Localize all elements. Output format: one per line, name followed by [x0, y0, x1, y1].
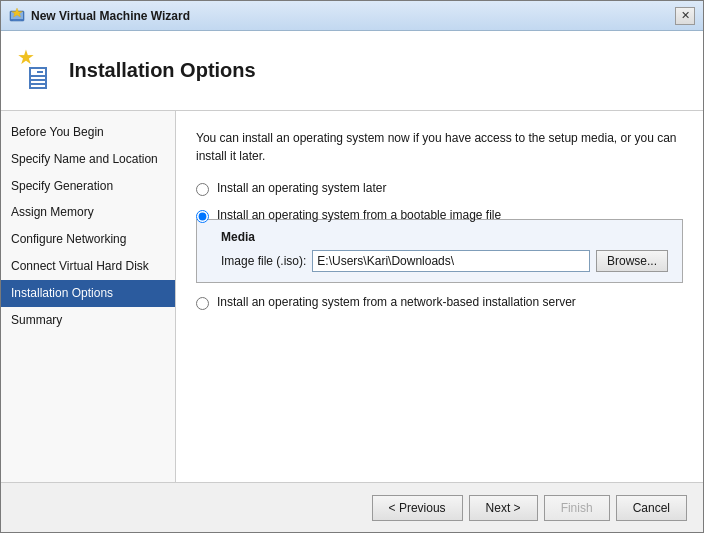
option-network-install[interactable]: Install an operating system from a netwo… [196, 295, 683, 310]
media-row: Image file (.iso): Browse... [221, 250, 668, 272]
wizard-title: Installation Options [69, 59, 256, 82]
sidebar-item-assign-memory[interactable]: Assign Memory [1, 199, 175, 226]
close-button[interactable]: ✕ [675, 7, 695, 25]
option-bootable-container: Install an operating system from a boota… [196, 208, 683, 283]
media-label: Media [221, 230, 668, 244]
option-install-later[interactable]: Install an operating system later [196, 181, 683, 196]
radio-install-later[interactable] [196, 183, 209, 196]
wizard-window: New Virtual Machine Wizard ✕ ★ 🖥 Install… [0, 0, 704, 533]
sidebar-item-specify-name-location[interactable]: Specify Name and Location [1, 146, 175, 173]
browse-button[interactable]: Browse... [596, 250, 668, 272]
sidebar: Before You BeginSpecify Name and Locatio… [1, 111, 176, 482]
wizard-header: ★ 🖥 Installation Options [1, 31, 703, 111]
previous-button[interactable]: < Previous [372, 495, 463, 521]
sidebar-item-connect-virtual-hard-disk[interactable]: Connect Virtual Hard Disk [1, 253, 175, 280]
intro-text: You can install an operating system now … [196, 129, 683, 165]
sidebar-item-summary[interactable]: Summary [1, 307, 175, 334]
wizard-body: Before You BeginSpecify Name and Locatio… [1, 111, 703, 482]
finish-button[interactable]: Finish [544, 495, 610, 521]
sidebar-item-configure-networking[interactable]: Configure Networking [1, 226, 175, 253]
bootable-options-box: Media Image file (.iso): Browse... [196, 219, 683, 283]
next-button[interactable]: Next > [469, 495, 538, 521]
option-later-label: Install an operating system later [217, 181, 386, 195]
svg-rect-2 [13, 20, 21, 21]
footer: < Previous Next > Finish Cancel [1, 482, 703, 532]
sidebar-item-installation-options[interactable]: Installation Options [1, 280, 175, 307]
image-file-label: Image file (.iso): [221, 254, 306, 268]
title-bar: New Virtual Machine Wizard ✕ [1, 1, 703, 31]
sidebar-item-specify-generation[interactable]: Specify Generation [1, 173, 175, 200]
window-icon [9, 8, 25, 24]
image-file-input[interactable] [312, 250, 590, 272]
cancel-button[interactable]: Cancel [616, 495, 687, 521]
wizard-icon: ★ 🖥 [17, 45, 69, 97]
option-network-label: Install an operating system from a netwo… [217, 295, 576, 309]
option-bootable-label: Install an operating system from a boota… [217, 208, 501, 222]
window-title: New Virtual Machine Wizard [31, 9, 675, 23]
content-area: You can install an operating system now … [176, 111, 703, 482]
radio-network-install[interactable] [196, 297, 209, 310]
media-section: Media Image file (.iso): Browse... [221, 230, 668, 272]
radio-bootable-image[interactable] [196, 210, 209, 223]
sidebar-item-before-you-begin[interactable]: Before You Begin [1, 119, 175, 146]
